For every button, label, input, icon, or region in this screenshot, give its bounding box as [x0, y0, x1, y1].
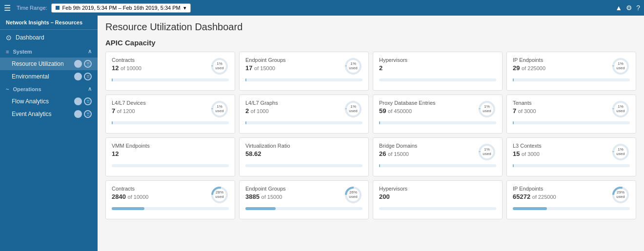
metric-name: IP Endpoints	[513, 186, 556, 192]
metric-card-header: L4/L7 Graphs 2 of 1000 1%used	[245, 100, 362, 118]
sidebar-section-operations[interactable]: ~ Operations ∧	[0, 83, 98, 95]
sidebar: Network Insights – Resources ⊙ Dashboard…	[0, 16, 98, 251]
time-range-label: Time Range:	[17, 5, 47, 11]
metric-name: Endpoint Groups	[245, 186, 286, 192]
metric-bar-container	[379, 121, 496, 124]
metric-bar-container	[513, 78, 630, 81]
sidebar-item-environmental[interactable]: Environmental ● ☰	[0, 70, 98, 83]
cards-row-2: VMM Endpoints 12 Virtualization Ratio 58…	[105, 137, 636, 176]
metric-card-3-3[interactable]: IP Endpoints 65272 of 225000 29%used	[506, 180, 636, 219]
sidebar-item-event-analytics[interactable]: Event Analytics ● ☰	[0, 108, 98, 120]
sidebar-item-resource-utilization[interactable]: Resource Utilization ● ☰	[0, 58, 98, 70]
metric-info: Contracts 2840 of 10000	[112, 186, 148, 200]
cards-container: Contracts 12 of 10000 1%used Endpoint Gr…	[105, 52, 636, 219]
metric-card-3-2[interactable]: Hypervisors 200	[373, 180, 503, 219]
donut-chart: 28%used	[210, 186, 229, 204]
donut-text: 1%used	[616, 148, 624, 156]
metric-subvalue: of 3000	[518, 108, 536, 114]
metric-value: 26 of 15000	[379, 150, 417, 157]
event-list-icon[interactable]: ☰	[84, 110, 92, 118]
metric-info: Hypervisors 200	[379, 186, 407, 200]
metric-bar-container	[245, 207, 362, 210]
metric-subvalue: of 225000	[522, 65, 545, 71]
metric-card-header: Hypervisors 2	[379, 57, 496, 76]
alert-icon[interactable]: ▲	[615, 4, 622, 12]
flow-view-icon[interactable]: ●	[74, 97, 82, 105]
metric-bar	[112, 121, 113, 124]
metric-card-header: Endpoint Groups 3885 of 15000 26%used	[245, 186, 362, 204]
metric-card-0-2[interactable]: Hypervisors 2	[373, 52, 503, 91]
donut-chart: 1%used	[344, 100, 362, 118]
metric-bar	[513, 78, 514, 81]
metric-name: L3 Contexts	[513, 143, 542, 149]
metric-value: 17 of 15000	[245, 64, 286, 72]
no-donut-spacer	[478, 57, 496, 76]
metric-card-0-0[interactable]: Contracts 12 of 10000 1%used	[105, 52, 235, 91]
metric-subvalue: of 1200	[117, 108, 135, 114]
metric-value: 58.62	[245, 150, 290, 157]
top-bar: ☰ Time Range: Feb 9th 2019, 5:34 PM – Fe…	[0, 0, 644, 16]
sidebar-item-dashboard[interactable]: ⊙ Dashboard	[0, 30, 98, 45]
sub-icons-event: ● ☰	[74, 110, 92, 118]
main-layout: Network Insights – Resources ⊙ Dashboard…	[0, 16, 644, 251]
donut-text: 1%used	[483, 148, 491, 156]
metric-card-1-2[interactable]: Proxy Database Entries 59 of 450000 1%us…	[373, 95, 503, 134]
metric-info: Contracts 12 of 10000	[112, 57, 141, 72]
metric-card-3-1[interactable]: Endpoint Groups 3885 of 15000 26%used	[239, 180, 369, 219]
metric-value: 12	[112, 150, 150, 157]
metric-bar	[112, 78, 113, 81]
metric-bar-container	[112, 164, 229, 167]
donut-chart: 1%used	[478, 143, 496, 161]
sidebar-section-system[interactable]: ≡ System ∧	[0, 45, 98, 58]
resource-list-icon[interactable]: ☰	[84, 60, 92, 68]
no-donut-spacer	[344, 143, 362, 161]
system-icon: ≡	[6, 49, 9, 55]
metric-bar-container	[112, 78, 229, 81]
metric-name: L4/L7 Graphs	[245, 100, 278, 106]
help-icon[interactable]: ?	[636, 4, 640, 12]
metric-card-header: VMM Endpoints 12	[112, 143, 229, 161]
section-title: APIC Capacity	[105, 39, 636, 47]
env-list-icon[interactable]: ☰	[84, 73, 92, 80]
donut-text: 1%used	[349, 62, 357, 71]
resource-view-icon[interactable]: ●	[74, 60, 82, 68]
menu-icon[interactable]: ☰	[4, 3, 11, 13]
metric-bar	[245, 207, 276, 210]
metric-subvalue: of 3000	[522, 151, 540, 157]
sub-icons-flow: ● ☰	[74, 97, 92, 105]
resource-utilization-label: Resource Utilization	[12, 60, 64, 67]
dashboard-icon: ⊙	[6, 34, 12, 41]
sidebar-item-flow-analytics[interactable]: Flow Analytics ● ☰	[0, 95, 98, 108]
metric-card-header: L4/L7 Devices 7 of 1200 1%used	[112, 100, 229, 118]
metric-card-0-1[interactable]: Endpoint Groups 17 of 15000 1%used	[239, 52, 369, 91]
metric-subvalue: of 10000	[121, 65, 141, 71]
metric-name: VMM Endpoints	[112, 143, 150, 149]
metric-info: Endpoint Groups 17 of 15000	[245, 57, 286, 72]
metric-name: IP Endpoints	[513, 57, 545, 63]
donut-chart: 1%used	[478, 100, 496, 118]
operations-chevron: ∧	[88, 86, 92, 92]
metric-bar	[513, 121, 514, 124]
metric-card-3-0[interactable]: Contracts 2840 of 10000 28%used	[105, 180, 235, 219]
metric-card-2-0[interactable]: VMM Endpoints 12	[105, 137, 235, 176]
metric-card-0-3[interactable]: IP Endpoints 29 of 225000 1%used	[506, 52, 636, 91]
system-label: System	[13, 49, 32, 55]
cards-row-0: Contracts 12 of 10000 1%used Endpoint Gr…	[105, 52, 636, 91]
flow-list-icon[interactable]: ☰	[84, 97, 92, 105]
top-bar-icons: ▲ ⚙ ?	[615, 4, 640, 12]
metric-card-2-2[interactable]: Bridge Domains 26 of 15000 1%used	[373, 137, 503, 176]
metric-name: Endpoint Groups	[245, 57, 286, 63]
time-range-button[interactable]: Feb 9th 2019, 5:34 PM – Feb 16th 2019, 5…	[51, 3, 191, 13]
metric-value: 2 of 1000	[245, 107, 278, 115]
metric-card-1-0[interactable]: L4/L7 Devices 7 of 1200 1%used	[105, 95, 235, 134]
env-view-icon[interactable]: ●	[74, 73, 82, 80]
metric-card-header: IP Endpoints 29 of 225000 1%used	[513, 57, 630, 76]
metric-card-2-1[interactable]: Virtualization Ratio 58.62	[239, 137, 369, 176]
metric-value: 7 of 3000	[513, 107, 536, 115]
metric-card-1-1[interactable]: L4/L7 Graphs 2 of 1000 1%used	[239, 95, 369, 134]
event-view-icon[interactable]: ●	[74, 110, 82, 118]
settings-icon[interactable]: ⚙	[626, 4, 632, 12]
metric-name: Hypervisors	[379, 57, 407, 63]
metric-card-1-3[interactable]: Tenants 7 of 3000 1%used	[506, 95, 636, 134]
metric-card-2-3[interactable]: L3 Contexts 15 of 3000 1%used	[506, 137, 636, 176]
